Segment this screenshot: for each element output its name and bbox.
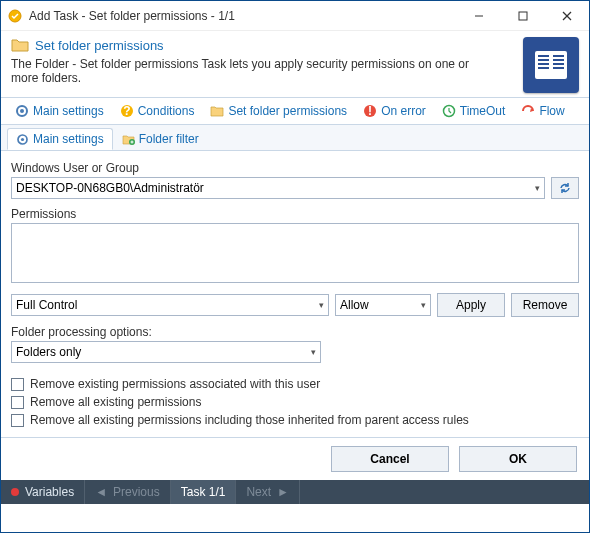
minimize-button[interactable]: [457, 2, 501, 30]
chevron-down-icon: ▾: [535, 183, 540, 193]
svg-rect-6: [538, 55, 549, 57]
header-title: Set folder permissions: [35, 38, 164, 53]
record-dot-icon: [11, 488, 19, 496]
user-group-label: Windows User or Group: [11, 161, 579, 175]
processing-options-value: Folders only: [16, 345, 81, 359]
ok-button[interactable]: OK: [459, 446, 577, 472]
button-label: Apply: [456, 298, 486, 312]
refresh-icon: [558, 181, 572, 195]
remove-user-permissions-checkbox[interactable]: Remove existing permissions associated w…: [11, 377, 579, 391]
clock-icon: [442, 104, 456, 118]
tab-label: Conditions: [138, 104, 195, 118]
checkbox-label: Remove all existing permissions: [30, 395, 201, 409]
tab-conditions[interactable]: ? Conditions: [112, 98, 203, 124]
tab-timeout[interactable]: TimeOut: [434, 98, 514, 124]
next-status-button[interactable]: Next ►: [236, 480, 300, 504]
app-icon: [7, 8, 23, 24]
feature-icon: [523, 37, 579, 93]
status-bar: Variables ◄ Previous Task 1/1 Next ►: [1, 480, 589, 504]
folder-small-icon: [210, 104, 224, 118]
access-type-value: Allow: [340, 298, 369, 312]
user-group-value: DESKTOP-0N68GB0\Administratör: [16, 181, 204, 195]
folder-icon: [11, 37, 29, 53]
status-label: Next: [246, 485, 271, 499]
user-group-select[interactable]: DESKTOP-0N68GB0\Administratör ▾: [11, 177, 545, 199]
subtab-folder-filter[interactable]: Folder filter: [113, 128, 208, 150]
svg-rect-13: [553, 67, 564, 69]
checkbox-icon: [11, 396, 24, 409]
tab-label: On error: [381, 104, 426, 118]
cancel-button[interactable]: Cancel: [331, 446, 449, 472]
tab-flow[interactable]: Flow: [513, 98, 572, 124]
subtab-label: Folder filter: [139, 132, 199, 146]
close-button[interactable]: [545, 2, 589, 30]
error-icon: !: [363, 104, 377, 118]
tab-set-folder-permissions[interactable]: Set folder permissions: [202, 98, 355, 124]
svg-point-22: [21, 137, 24, 140]
folder-plus-icon: [122, 133, 135, 146]
status-label: Previous: [113, 485, 160, 499]
svg-rect-11: [553, 59, 564, 61]
processing-options-label: Folder processing options:: [11, 325, 579, 339]
svg-rect-7: [538, 59, 549, 61]
remove-inherited-permissions-checkbox[interactable]: Remove all existing permissions includin…: [11, 413, 579, 427]
access-type-select[interactable]: Allow ▾: [335, 294, 431, 316]
subtab-label: Main settings: [33, 132, 104, 146]
remove-button[interactable]: Remove: [511, 293, 579, 317]
tab-label: TimeOut: [460, 104, 506, 118]
remove-all-permissions-checkbox[interactable]: Remove all existing permissions: [11, 395, 579, 409]
svg-rect-10: [553, 55, 564, 57]
tab-main-settings[interactable]: Main settings: [7, 98, 112, 124]
permissions-label: Permissions: [11, 207, 579, 221]
main-tabbar: Main settings ? Conditions Set folder pe…: [1, 97, 589, 125]
button-label: Cancel: [370, 452, 409, 466]
tab-label: Main settings: [33, 104, 104, 118]
status-label: Variables: [25, 485, 74, 499]
title-bar: Add Task - Set folder permissions - 1/1: [1, 1, 589, 31]
window-title: Add Task - Set folder permissions - 1/1: [29, 9, 457, 23]
button-label: OK: [509, 452, 527, 466]
svg-rect-9: [538, 67, 549, 69]
refresh-button[interactable]: [551, 177, 579, 199]
checkbox-label: Remove existing permissions associated w…: [30, 377, 320, 391]
previous-status-button[interactable]: ◄ Previous: [85, 480, 171, 504]
chevron-left-icon: ◄: [95, 485, 107, 499]
svg-text:?: ?: [123, 104, 130, 118]
header-description: The Folder - Set folder permissions Task…: [11, 57, 481, 85]
content-panel: Windows User or Group DESKTOP-0N68GB0\Ad…: [1, 151, 589, 437]
gear-icon: [15, 104, 29, 118]
chevron-down-icon: ▾: [421, 300, 426, 310]
dialog-footer: Cancel OK: [1, 437, 589, 480]
svg-point-15: [20, 109, 24, 113]
checkbox-icon: [11, 378, 24, 391]
gear-small-icon: [16, 133, 29, 146]
checkbox-label: Remove all existing permissions includin…: [30, 413, 469, 427]
question-icon: ?: [120, 104, 134, 118]
variables-status-button[interactable]: Variables: [1, 480, 85, 504]
tab-on-error[interactable]: ! On error: [355, 98, 434, 124]
svg-text:!: !: [368, 104, 372, 118]
chevron-down-icon: ▾: [311, 347, 316, 357]
button-label: Remove: [523, 298, 568, 312]
chevron-down-icon: ▾: [319, 300, 324, 310]
task-status-button[interactable]: Task 1/1: [171, 480, 237, 504]
tab-label: Set folder permissions: [228, 104, 347, 118]
svg-rect-8: [538, 63, 549, 65]
access-right-select[interactable]: Full Control ▾: [11, 294, 329, 316]
svg-rect-12: [553, 63, 564, 65]
chevron-right-icon: ►: [277, 485, 289, 499]
subtab-main-settings[interactable]: Main settings: [7, 128, 113, 150]
access-right-value: Full Control: [16, 298, 77, 312]
header-section: Set folder permissions The Folder - Set …: [1, 31, 589, 97]
svg-rect-2: [519, 12, 527, 20]
apply-button[interactable]: Apply: [437, 293, 505, 317]
processing-options-select[interactable]: Folders only ▾: [11, 341, 321, 363]
flow-icon: [521, 104, 535, 118]
sub-tabbar: Main settings Folder filter: [1, 125, 589, 151]
status-label: Task 1/1: [181, 485, 226, 499]
permissions-listbox[interactable]: [11, 223, 579, 283]
checkbox-icon: [11, 414, 24, 427]
maximize-button[interactable]: [501, 2, 545, 30]
tab-label: Flow: [539, 104, 564, 118]
